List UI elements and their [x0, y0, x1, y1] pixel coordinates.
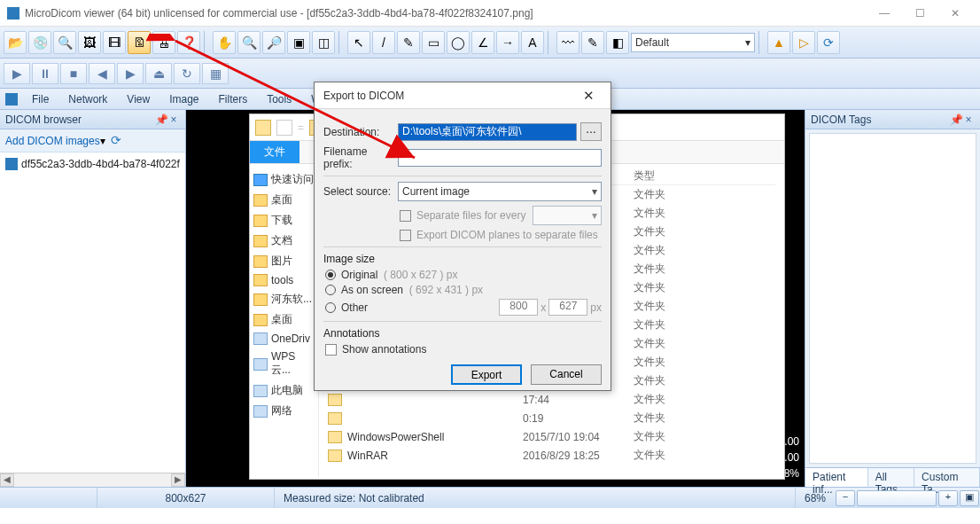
- print-icon[interactable]: 🖨: [152, 31, 175, 54]
- dialog-titlebar: Export to DICOM ✕: [315, 82, 611, 109]
- list-item[interactable]: WinRAR2016/8/29 18:25文件夹: [328, 446, 775, 465]
- checkbox[interactable]: [325, 344, 337, 356]
- explorer-tab-file[interactable]: 文件: [250, 141, 299, 163]
- zoom-in-icon[interactable]: 🔍: [237, 31, 261, 54]
- menu-filters[interactable]: Filters: [210, 90, 257, 108]
- sidebar-item[interactable]: OneDriv: [252, 330, 316, 348]
- sidebar-item[interactable]: WPS云...: [252, 348, 316, 380]
- pencil-tool-icon[interactable]: ✎: [397, 31, 420, 54]
- video-icon[interactable]: 🎞: [103, 31, 126, 54]
- open-cd-icon[interactable]: 💿: [28, 31, 51, 54]
- cancel-button[interactable]: Cancel: [531, 364, 602, 385]
- image-icon[interactable]: 🖼: [78, 31, 101, 54]
- open-file-icon[interactable]: 📂: [4, 31, 27, 54]
- tab-patient-info[interactable]: Patient inf...: [805, 468, 868, 487]
- maximize-button[interactable]: ☐: [902, 1, 937, 26]
- arrow-tool-icon[interactable]: →: [496, 31, 519, 54]
- edit-tool-icon[interactable]: ✎: [581, 31, 604, 54]
- menu-network[interactable]: Network: [59, 90, 116, 108]
- stop-icon[interactable]: ■: [60, 63, 87, 84]
- dialog-close-icon[interactable]: ✕: [575, 88, 602, 104]
- menu-image[interactable]: Image: [160, 90, 207, 108]
- prev-icon[interactable]: ◀: [89, 63, 115, 84]
- sidebar-item[interactable]: 网络: [252, 401, 316, 421]
- export-image-icon[interactable]: 🖻: [128, 31, 151, 54]
- menu-file[interactable]: File: [23, 90, 58, 108]
- layout-icon[interactable]: ▦: [202, 63, 229, 84]
- radio-screen[interactable]: As on screen ( 692 x 431 ) px: [325, 284, 602, 296]
- panel-close-icon[interactable]: ×: [167, 113, 180, 126]
- list-item[interactable]: 17:44文件夹: [328, 390, 775, 409]
- hand-tool-icon[interactable]: ✋: [213, 31, 236, 54]
- list-item[interactable]: 0:19文件夹: [328, 409, 775, 427]
- sidebar-item[interactable]: 河东软...: [252, 289, 316, 309]
- source-label: Select source:: [323, 185, 398, 198]
- export-button[interactable]: Export: [451, 364, 522, 385]
- sidebar-item[interactable]: tools: [252, 271, 316, 289]
- col-type-header[interactable]: 类型: [634, 168, 696, 184]
- radio-other[interactable]: Other 800 x 627 px: [325, 299, 602, 316]
- pause-icon[interactable]: ⏸: [32, 63, 58, 84]
- file-name: WindowsPowerShell: [347, 431, 444, 443]
- width-input[interactable]: 800: [499, 299, 538, 316]
- loop-icon[interactable]: ↻: [174, 63, 200, 84]
- flip-v-icon[interactable]: ▷: [792, 31, 815, 54]
- height-input[interactable]: 627: [548, 299, 587, 316]
- add-images-link[interactable]: Add DICOM images: [5, 135, 100, 147]
- full-extent-icon[interactable]: ◫: [312, 31, 335, 54]
- minimize-button[interactable]: —: [867, 1, 902, 26]
- sidebar-item[interactable]: 图片: [252, 251, 316, 271]
- show-annotations-row[interactable]: Show annotations: [325, 343, 602, 356]
- rotate-icon[interactable]: ⟳: [817, 31, 840, 54]
- fit-button[interactable]: ▣: [960, 490, 979, 506]
- refresh-icon[interactable]: ⟳: [111, 133, 127, 149]
- sidebar-item[interactable]: 桌面: [252, 309, 316, 330]
- zoom-out-button[interactable]: −: [836, 490, 855, 506]
- zoom-in-button[interactable]: +: [938, 490, 958, 506]
- tab-custom-tags[interactable]: Custom Ta...: [914, 468, 980, 487]
- fit-window-icon[interactable]: ▣: [287, 31, 310, 54]
- curve-tool-icon[interactable]: 〰: [556, 31, 579, 54]
- help-icon[interactable]: ❓: [177, 31, 200, 54]
- pointer-icon[interactable]: ↖: [347, 31, 370, 54]
- destination-input[interactable]: D:\tools\桌面\河东软件园\: [398, 123, 577, 141]
- close-button[interactable]: ✕: [937, 1, 973, 26]
- tab-all-tags[interactable]: All Tags: [868, 468, 914, 487]
- rect-tool-icon[interactable]: ▭: [422, 31, 445, 54]
- separate-unit-select: ▾: [533, 206, 602, 225]
- pin-icon[interactable]: 📌: [155, 113, 167, 126]
- sidebar-item[interactable]: 此电脑: [252, 380, 316, 401]
- h-scrollbar[interactable]: ◀▶: [0, 473, 185, 487]
- menu-tools[interactable]: Tools: [258, 90, 300, 108]
- list-item[interactable]: WindowsPowerShell2015/7/10 19:04文件夹: [328, 427, 775, 446]
- next-icon[interactable]: ▶: [117, 63, 144, 84]
- window-level-icon[interactable]: ◧: [606, 31, 629, 54]
- play-icon[interactable]: ▶: [4, 63, 30, 84]
- sidebar-item[interactable]: 桌面: [252, 190, 316, 210]
- annotations-label: Annotations: [323, 327, 602, 340]
- sidebar-item[interactable]: 快速访问: [252, 169, 316, 190]
- flip-h-icon[interactable]: ▲: [767, 31, 790, 54]
- zoom-out-icon[interactable]: 🔎: [262, 31, 285, 54]
- search-folder-icon[interactable]: 🔍: [53, 31, 76, 54]
- source-select[interactable]: Current image▾: [398, 182, 602, 201]
- angle-tool-icon[interactable]: ∠: [471, 31, 494, 54]
- folder-icon: [253, 405, 268, 418]
- panel-close-icon[interactable]: ×: [962, 113, 975, 126]
- eject-icon[interactable]: ⏏: [145, 63, 172, 84]
- radio-original[interactable]: Original ( 800 x 627 ) px: [325, 269, 602, 281]
- menu-view[interactable]: View: [118, 90, 159, 108]
- text-tool-icon[interactable]: A: [521, 31, 544, 54]
- tree-item[interactable]: df55c2a3-3ddb-4bd4-ba78-4f022f: [2, 156, 183, 172]
- pin-icon[interactable]: 📌: [950, 113, 962, 126]
- prefix-input[interactable]: [398, 149, 602, 167]
- app-small-icon: [5, 93, 18, 106]
- sidebar-item[interactable]: 下载: [252, 210, 316, 231]
- sidebar-item[interactable]: 文档: [252, 231, 316, 251]
- browse-button[interactable]: …: [580, 122, 602, 141]
- line-tool-icon[interactable]: /: [372, 31, 395, 54]
- file-type: 文件夹: [634, 448, 696, 463]
- preset-select[interactable]: Default▾: [631, 33, 755, 52]
- ellipse-tool-icon[interactable]: ◯: [447, 31, 470, 54]
- zoom-slider[interactable]: [857, 490, 937, 506]
